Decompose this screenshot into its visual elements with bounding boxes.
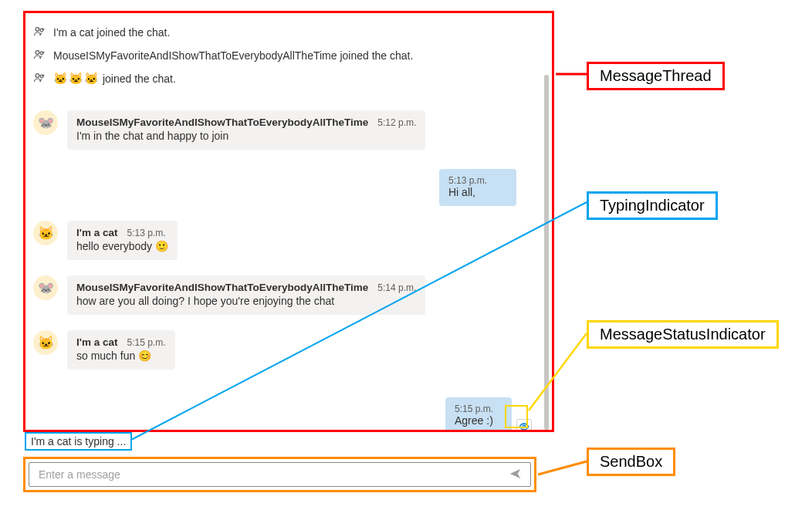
message-bubble[interactable]: 5:15 p.m. Agree :) bbox=[445, 397, 512, 432]
sendbox bbox=[29, 462, 531, 487]
message-row: 🐱 I'm a cat 5:13 p.m. hello everybody 🙂 bbox=[33, 221, 549, 260]
system-message-text: joined the chat. bbox=[100, 73, 176, 85]
message-row: 🐭 MouseISMyFavoriteAndIShowThatToEverybo… bbox=[33, 275, 549, 315]
message-bubble[interactable]: MouseISMyFavoriteAndIShowThatToEverybody… bbox=[67, 110, 425, 150]
message-time: 5:14 p.m. bbox=[377, 282, 416, 293]
message-row-mine: 5:15 p.m. Agree :) bbox=[445, 397, 532, 432]
message-thread-outline: I'm a cat joined the chat. MouseISMyFavo… bbox=[23, 11, 554, 432]
message-bubble[interactable]: MouseISMyFavoriteAndIShowThatToEverybody… bbox=[67, 275, 425, 315]
people-add-icon bbox=[33, 49, 46, 63]
system-message: MouseISMyFavoriteAndIShowThatToEverybody… bbox=[33, 44, 549, 67]
system-message-text: MouseISMyFavoriteAndIShowThatToEverybody… bbox=[53, 49, 413, 62]
svg-line-10 bbox=[538, 461, 587, 475]
message-bubble[interactable]: I'm a cat 5:13 p.m. hello everybody 🙂 bbox=[67, 221, 178, 260]
label-message-status: MessageStatusIndicator bbox=[587, 320, 779, 349]
people-add-icon bbox=[33, 72, 46, 86]
system-message: 🐱🐱🐱 joined the chat. bbox=[33, 67, 549, 90]
avatar: 🐱 bbox=[33, 330, 58, 355]
svg-point-4 bbox=[36, 73, 39, 77]
message-text: so much fun 😊 bbox=[76, 350, 166, 362]
message-row: 🐱 I'm a cat 5:15 p.m. so much fun 😊 bbox=[33, 330, 549, 370]
people-add-icon bbox=[33, 25, 46, 40]
message-thread[interactable]: I'm a cat joined the chat. MouseISMyFavo… bbox=[33, 21, 549, 430]
chat-composite-diagram: I'm a cat joined the chat. MouseISMyFavo… bbox=[0, 0, 812, 510]
message-sender: MouseISMyFavoriteAndIShowThatToEverybody… bbox=[76, 282, 368, 293]
message-sender: I'm a cat bbox=[76, 227, 118, 238]
message-time: 5:12 p.m. bbox=[377, 117, 416, 128]
message-bubble[interactable]: 5:13 p.m. Hi all, bbox=[439, 169, 516, 206]
message-time: 5:15 p.m. bbox=[455, 404, 502, 414]
send-icon bbox=[509, 467, 523, 481]
message-status-indicator bbox=[516, 419, 532, 432]
svg-point-0 bbox=[36, 27, 39, 31]
message-text: hello everybody 🙂 bbox=[76, 240, 168, 252]
message-input[interactable] bbox=[37, 468, 502, 481]
svg-point-6 bbox=[523, 425, 526, 428]
message-row: 🐭 MouseISMyFavoriteAndIShowThatToEverybo… bbox=[33, 110, 549, 150]
label-message-thread: MessageThread bbox=[587, 62, 725, 90]
label-sendbox: SendBox bbox=[587, 448, 675, 476]
typing-indicator-text: I'm a cat is typing ... bbox=[31, 435, 126, 448]
message-sender: MouseISMyFavoriteAndIShowThatToEverybody… bbox=[76, 117, 368, 128]
system-message: I'm a cat joined the chat. bbox=[33, 21, 549, 44]
send-button[interactable] bbox=[509, 467, 523, 483]
message-text: Agree :) bbox=[455, 414, 502, 427]
message-text: Hi all, bbox=[448, 186, 507, 198]
message-time: 5:15 p.m. bbox=[127, 337, 166, 348]
avatar: 🐭 bbox=[33, 275, 58, 300]
avatar: 🐭 bbox=[33, 110, 58, 135]
svg-point-2 bbox=[36, 50, 39, 54]
avatar: 🐱 bbox=[33, 221, 58, 245]
message-sender: I'm a cat bbox=[76, 336, 118, 348]
scrollbar[interactable] bbox=[544, 75, 549, 430]
system-message-emoji: 🐱🐱🐱 bbox=[53, 72, 100, 85]
message-time: 5:13 p.m. bbox=[127, 228, 166, 238]
message-text: how are you all doing? I hope you're enj… bbox=[76, 295, 416, 307]
avatar-emoji: 🐱 bbox=[38, 336, 54, 350]
avatar-emoji: 🐭 bbox=[38, 282, 54, 295]
system-message-text: I'm a cat joined the chat. bbox=[53, 26, 170, 39]
label-typing-indicator: TypingIndicator bbox=[587, 191, 718, 220]
message-text: I'm in the chat and happy to join bbox=[76, 130, 416, 142]
message-time: 5:13 p.m. bbox=[448, 175, 507, 186]
avatar-emoji: 🐱 bbox=[38, 227, 54, 240]
message-row-mine: 5:13 p.m. Hi all, bbox=[439, 169, 516, 206]
typing-indicator-outline: I'm a cat is typing ... bbox=[25, 432, 132, 451]
message-bubble[interactable]: I'm a cat 5:15 p.m. so much fun 😊 bbox=[67, 330, 175, 370]
avatar-emoji: 🐭 bbox=[38, 117, 54, 130]
sendbox-outline bbox=[23, 457, 536, 492]
